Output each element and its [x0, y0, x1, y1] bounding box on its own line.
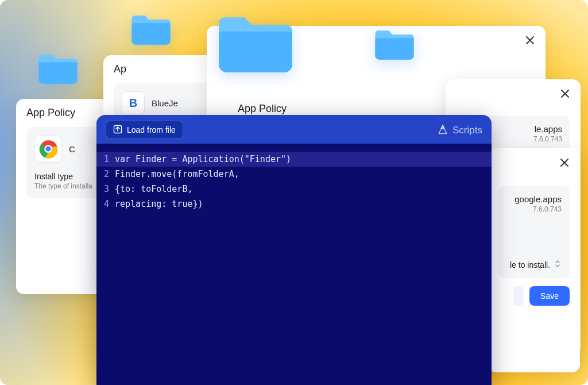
code-line-2: 2 Finder.move(fromFolderA,	[96, 167, 492, 182]
scripts-editor-window: Load from file Scripts 1 var Finder = Ap…	[96, 115, 492, 385]
desktop-background: App Policy C Install type The type of in…	[0, 0, 588, 385]
code-editor[interactable]: 1 var Finder = Application("Finder") 2 F…	[96, 144, 492, 223]
close-icon[interactable]	[558, 86, 572, 101]
app-policy-card-e: google.apps 7.6.0.743 le to install. Sav…	[488, 148, 580, 372]
install-type-label: Install type	[34, 172, 106, 181]
secondary-button-partial[interactable]	[513, 286, 524, 306]
app-name-partial: BlueJe	[152, 98, 178, 108]
scripts-brand-icon	[438, 124, 448, 136]
app-version: 7.6.0.743	[533, 205, 562, 213]
folder-icon	[372, 28, 417, 61]
code-line-4: 4 replacing: true})	[96, 197, 492, 211]
folder-icon	[129, 13, 173, 46]
app-name-partial: C	[69, 144, 75, 154]
scripts-header: Load from file Scripts	[96, 115, 492, 144]
bluejeans-monogram: B	[129, 97, 137, 109]
close-icon[interactable]	[557, 155, 572, 170]
save-button[interactable]: Save	[529, 286, 570, 306]
svg-point-2	[45, 145, 51, 152]
line-number: 1	[96, 152, 115, 167]
code-line-1: 1 var Finder = Application("Finder")	[96, 152, 492, 167]
chevron-updown-icon	[554, 259, 562, 270]
folder-icon	[212, 11, 299, 75]
scripts-brand: Scripts	[438, 124, 482, 136]
upload-icon	[113, 125, 122, 135]
install-select[interactable]: le to install.	[506, 259, 562, 270]
code-text: var Finder = Application("Finder")	[115, 152, 291, 167]
select-value-partial: le to install.	[510, 260, 550, 270]
app-version-partial: 7.6.0.743	[533, 135, 562, 143]
app-name-partial: le.apps	[535, 124, 562, 134]
code-text: replacing: true})	[115, 197, 203, 211]
line-number: 2	[96, 167, 115, 182]
close-icon[interactable]	[523, 33, 537, 48]
load-from-file-label: Load from file	[127, 126, 176, 134]
scripts-brand-label: Scripts	[452, 125, 482, 135]
line-number: 3	[96, 182, 115, 197]
code-text: {to: toFolderB,	[115, 182, 192, 197]
load-from-file-button[interactable]: Load from file	[106, 121, 183, 139]
code-text: Finder.move(fromFolderA,	[115, 167, 239, 182]
app-name-partial: google.apps	[514, 194, 562, 204]
line-number: 4	[96, 197, 115, 211]
folder-icon	[36, 52, 80, 85]
bluejeans-icon: B	[122, 91, 145, 114]
app-panel: google.apps 7.6.0.743 le to install.	[498, 186, 570, 278]
chrome-icon	[34, 135, 62, 163]
code-line-3: 3 {to: toFolderB,	[96, 182, 492, 197]
install-type-caption: The type of installa	[34, 182, 106, 190]
